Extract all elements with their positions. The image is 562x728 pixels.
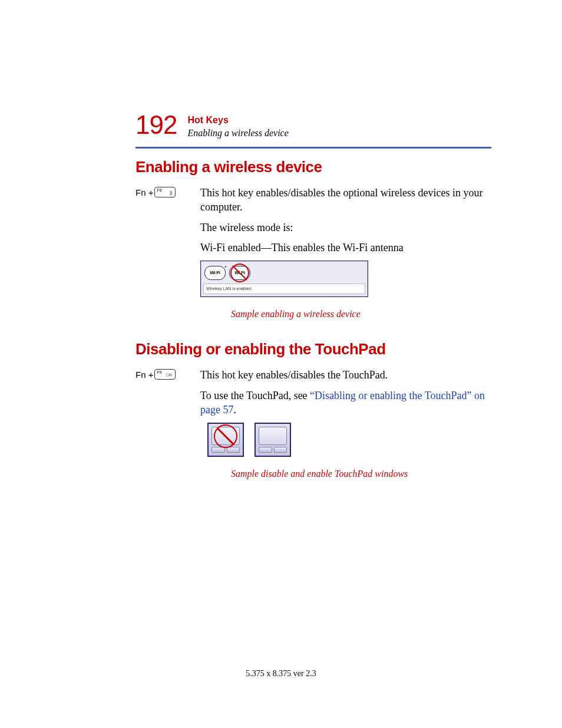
hotkey-label-touchpad: Fn + F9 ⌷/⊘: [135, 368, 200, 380]
wifi-enabled-icon: Wi Fi *: [204, 266, 226, 280]
touchpad-enabled-icon: [254, 423, 291, 457]
page-footer: 5.375 x 8.375 ver 2.3: [0, 669, 562, 678]
fn-prefix: Fn +: [135, 370, 153, 380]
page-header: 192 Hot Keys Enabling a wireless device: [135, 112, 491, 140]
touchpad-disabled-icon: [207, 423, 244, 457]
f9-key-icon: F9 ⌷/⊘: [154, 369, 176, 380]
wifi-popup-figure: Wi Fi * Wi Fi Wireless LAN is enabled.: [200, 261, 368, 297]
touchpad-figure: [207, 423, 491, 457]
body-text: This hot key enables/disables the option…: [200, 186, 491, 215]
body-text: To use the TouchPad, see “Disabling or e…: [200, 388, 491, 417]
section-heading-touchpad: Disabling or enabling the TouchPad: [135, 340, 491, 358]
body-text: The wireless mode is:: [200, 220, 491, 235]
touchpad-glyph-icon: ⌷/⊘: [166, 373, 172, 377]
section-heading-wireless: Enabling a wireless device: [135, 158, 491, 176]
fn-prefix: Fn +: [135, 187, 153, 197]
hotkey-label-wireless: Fn + F8 )): [135, 186, 200, 198]
header-rule: [135, 147, 491, 149]
breadcrumb: Enabling a wireless device: [187, 127, 288, 140]
figure-caption-wireless: Sample enabling a wireless device: [231, 308, 491, 321]
body-text: This hot key enables/disables the TouchP…: [200, 368, 491, 382]
antenna-icon: )): [170, 190, 173, 195]
figure-caption-touchpad: Sample disable and enable TouchPad windo…: [231, 467, 491, 480]
wifi-disabled-icon: Wi Fi: [229, 266, 250, 280]
chapter-title: Hot Keys: [187, 114, 288, 127]
page-number: 192: [135, 112, 177, 138]
f8-key-icon: F8 )): [154, 187, 176, 197]
wifi-status-text: Wireless LAN is enabled.: [203, 284, 365, 294]
body-text: Wi-Fi enabled—This enables the Wi-Fi ant…: [200, 241, 491, 255]
